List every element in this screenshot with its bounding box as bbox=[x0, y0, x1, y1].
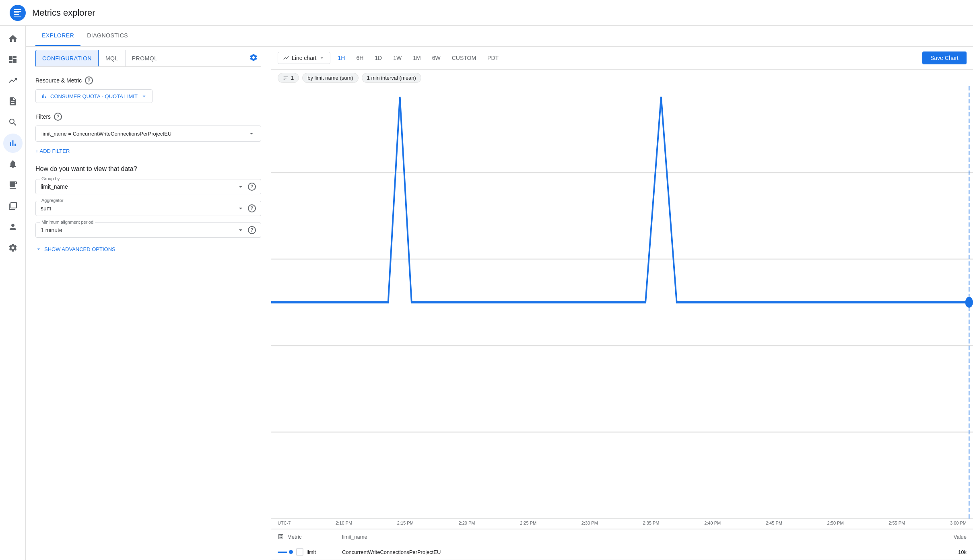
metric-dot-indicator bbox=[289, 550, 293, 554]
metric-line-indicator bbox=[278, 552, 287, 553]
axis-label-8: 2:45 PM bbox=[766, 521, 782, 525]
main-layout: EXPLORER DIAGNOSTICS CONFIGURATION MQL P… bbox=[0, 26, 973, 560]
chart-area bbox=[271, 86, 973, 519]
table-grid-icon bbox=[278, 533, 284, 540]
group-by-field: Group by limit_name ? bbox=[35, 179, 261, 194]
aggregator-chevron[interactable] bbox=[237, 204, 245, 212]
legend-chip-group[interactable]: by limit name (sum) bbox=[302, 73, 358, 83]
axis-label-0: UTC-7 bbox=[278, 521, 291, 525]
app-icon bbox=[10, 5, 26, 21]
col-header-value: Value bbox=[934, 534, 967, 540]
left-nav bbox=[0, 26, 26, 560]
chart-type-label: Line chart bbox=[292, 55, 316, 61]
tab-diagnostics[interactable]: DIAGNOSTICS bbox=[80, 26, 134, 46]
chart-axis: UTC-7 2:10 PM 2:15 PM 2:20 PM 2:25 PM 2:… bbox=[271, 519, 973, 529]
aggregator-help[interactable]: ? bbox=[248, 204, 256, 212]
time-btn-1h[interactable]: 1H bbox=[334, 52, 349, 64]
nav-item-settings[interactable] bbox=[3, 238, 23, 257]
chart-type-button[interactable]: Line chart bbox=[278, 52, 330, 64]
metric-label: limit bbox=[307, 549, 316, 555]
right-panel: Line chart 1H 6H 1D 1W 1M 6W CUSTOM PDT … bbox=[271, 47, 973, 560]
nav-item-search[interactable] bbox=[3, 113, 23, 132]
content-area: EXPLORER DIAGNOSTICS CONFIGURATION MQL P… bbox=[26, 26, 973, 560]
data-table: Metric limit_name Value limit bbox=[271, 529, 973, 560]
time-btn-1w[interactable]: 1W bbox=[389, 52, 406, 64]
nav-item-monitor[interactable] bbox=[3, 175, 23, 195]
time-btn-pdt[interactable]: PDT bbox=[483, 52, 503, 64]
axis-label-9: 2:50 PM bbox=[827, 521, 844, 525]
axis-label-2: 2:15 PM bbox=[397, 521, 414, 525]
group-by-help[interactable]: ? bbox=[248, 183, 256, 191]
top-bar: Metrics explorer bbox=[0, 0, 973, 26]
nav-item-logs[interactable] bbox=[3, 92, 23, 111]
show-advanced-button[interactable]: SHOW ADVANCED OPTIONS bbox=[35, 244, 261, 254]
axis-label-1: 2:10 PM bbox=[336, 521, 352, 525]
filters-label: Filters ? bbox=[35, 113, 261, 121]
chart-legend: 1 by limit name (sum) 1 min interval (me… bbox=[271, 70, 973, 86]
nav-item-chart[interactable] bbox=[3, 134, 23, 153]
sub-tab-mql[interactable]: MQL bbox=[99, 50, 125, 66]
group-by-chevron[interactable] bbox=[237, 183, 245, 191]
sub-tab-configuration[interactable]: CONFIGURATION bbox=[35, 50, 99, 66]
time-btn-custom[interactable]: CUSTOM bbox=[448, 52, 480, 64]
settings-gear-icon[interactable] bbox=[249, 53, 258, 63]
alignment-label: Minimum alignment period bbox=[40, 220, 95, 224]
tab-explorer[interactable]: EXPLORER bbox=[35, 26, 80, 46]
left-panel: CONFIGURATION MQL PROMQL Resource & Metr… bbox=[26, 47, 271, 560]
split-pane: CONFIGURATION MQL PROMQL Resource & Metr… bbox=[26, 47, 973, 560]
alignment-field: Minimum alignment period 1 minute ? bbox=[35, 222, 261, 238]
alignment-chevron[interactable] bbox=[237, 226, 245, 234]
nav-item-metrics[interactable] bbox=[3, 71, 23, 90]
resource-metric-section: Resource & Metric ? CONSUMER QUOTA - QUO… bbox=[35, 76, 261, 103]
legend-chip-filter[interactable]: 1 bbox=[278, 73, 299, 83]
time-btn-1d[interactable]: 1D bbox=[371, 52, 386, 64]
chart-svg bbox=[271, 86, 973, 519]
axis-label-10: 2:55 PM bbox=[888, 521, 905, 525]
time-btn-6w[interactable]: 6W bbox=[428, 52, 445, 64]
legend-chip-filter-label: 1 bbox=[291, 75, 294, 81]
chart-toolbar: Line chart 1H 6H 1D 1W 1M 6W CUSTOM PDT … bbox=[271, 47, 973, 70]
alignment-help[interactable]: ? bbox=[248, 226, 256, 234]
nav-item-alerts[interactable] bbox=[3, 154, 23, 174]
alignment-value: 1 minute bbox=[41, 227, 233, 233]
axis-label-5: 2:30 PM bbox=[581, 521, 598, 525]
filters-help-icon[interactable]: ? bbox=[54, 113, 62, 121]
tabs-bar: EXPLORER DIAGNOSTICS bbox=[26, 26, 973, 47]
page-title: Metrics explorer bbox=[32, 8, 95, 18]
legend-chip-interval[interactable]: 1 min interval (mean) bbox=[362, 73, 421, 83]
resource-metric-help-icon[interactable]: ? bbox=[85, 76, 93, 84]
data-table-header: Metric limit_name Value bbox=[271, 529, 973, 544]
view-section: How do you want to view that data? Group… bbox=[35, 165, 261, 254]
sub-tabs: CONFIGURATION MQL PROMQL bbox=[35, 47, 261, 67]
axis-label-6: 2:35 PM bbox=[643, 521, 660, 525]
sub-tab-promql[interactable]: PROMQL bbox=[125, 50, 165, 66]
col-header-limit-name: limit_name bbox=[342, 534, 934, 540]
nav-item-dashboard[interactable] bbox=[3, 50, 23, 69]
group-by-label: Group by bbox=[40, 176, 61, 181]
nav-item-person[interactable] bbox=[3, 217, 23, 237]
legend-chip-interval-label: 1 min interval (mean) bbox=[367, 75, 416, 81]
table-cell-metric: limit bbox=[278, 548, 342, 556]
resource-metric-button[interactable]: CONSUMER QUOTA - QUOTA LIMIT bbox=[35, 89, 153, 103]
time-btn-1m[interactable]: 1M bbox=[409, 52, 425, 64]
axis-label-4: 2:25 PM bbox=[520, 521, 536, 525]
group-by-value: limit_name bbox=[41, 183, 233, 190]
filters-section: Filters ? limit_name = ConcurrentWriteCo… bbox=[35, 113, 261, 156]
nav-item-groups[interactable] bbox=[3, 196, 23, 216]
time-btn-6h[interactable]: 6H bbox=[352, 52, 367, 64]
axis-label-11: 3:00 PM bbox=[950, 521, 967, 525]
show-advanced-label: SHOW ADVANCED OPTIONS bbox=[44, 246, 115, 252]
col-header-metric: Metric bbox=[278, 533, 342, 540]
axis-label-7: 2:40 PM bbox=[704, 521, 721, 525]
axis-label-3: 2:20 PM bbox=[458, 521, 475, 525]
view-question: How do you want to view that data? bbox=[35, 165, 261, 173]
save-chart-button[interactable]: Save Chart bbox=[922, 51, 967, 64]
add-filter-button[interactable]: + ADD FILTER bbox=[35, 146, 70, 156]
table-row: limit ConcurrentWriteConnectionsPerProje… bbox=[271, 544, 973, 560]
aggregator-value: sum bbox=[41, 205, 233, 212]
metric-checkbox[interactable] bbox=[296, 548, 303, 556]
table-cell-value: 10k bbox=[934, 549, 967, 555]
nav-item-home[interactable] bbox=[3, 29, 23, 48]
active-filter[interactable]: limit_name = ConcurrentWriteConnectionsP… bbox=[35, 126, 261, 142]
resource-metric-label: Resource & Metric ? bbox=[35, 76, 261, 84]
